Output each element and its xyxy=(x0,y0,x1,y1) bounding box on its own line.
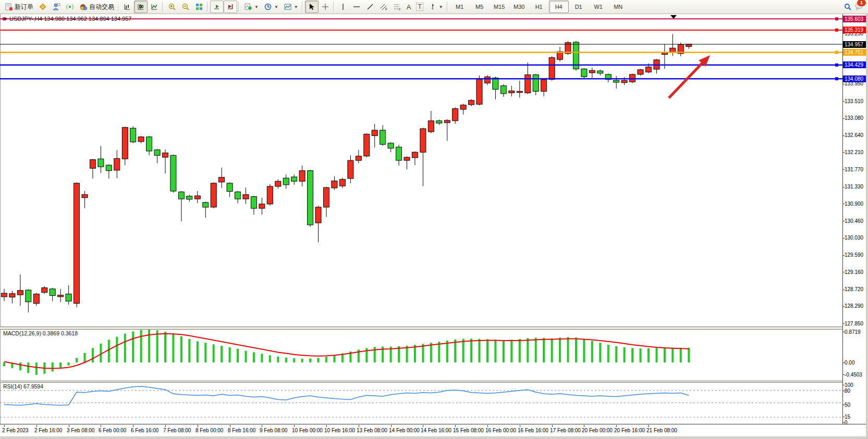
rsi-pane[interactable] xyxy=(0,383,842,424)
indicators-button[interactable]: ▼ xyxy=(241,1,261,13)
timeframe-button-h4[interactable]: H4 xyxy=(549,1,569,13)
text-button[interactable]: A xyxy=(404,1,414,13)
tile-windows-button[interactable] xyxy=(192,1,206,13)
timeframe-button-m5[interactable]: M5 xyxy=(470,1,490,13)
line-chart-icon xyxy=(150,3,158,11)
new-order-icon xyxy=(5,3,13,11)
price-tick: 133.080 xyxy=(845,115,863,121)
timeframe-button-mn[interactable]: MN xyxy=(608,1,628,13)
time-tick-label: 2 Feb 2023 xyxy=(2,428,29,433)
price-tick: 131.770 xyxy=(845,167,863,172)
price-tick: 132.210 xyxy=(845,149,863,155)
profile-button[interactable] xyxy=(50,1,63,13)
symbol-label: USDJPY-,H4 xyxy=(9,16,42,22)
line-chart-button[interactable] xyxy=(148,1,161,13)
auto-trading-label: 自动交易 xyxy=(89,3,114,11)
zoom-in-button[interactable] xyxy=(165,1,179,13)
periods-button[interactable]: ▼ xyxy=(261,1,281,13)
time-tick-label: 6 Feb 16:00 xyxy=(131,428,158,433)
zoom-out-button[interactable] xyxy=(179,1,192,13)
arrows-button[interactable]: ▼ xyxy=(426,1,446,13)
new-order-button[interactable]: 新订单 xyxy=(2,1,36,13)
styler-button[interactable] xyxy=(36,1,50,13)
price-tick: 80 xyxy=(845,388,850,394)
price-axis[interactable]: 135.230133.950133.510133.080132.640132.2… xyxy=(843,14,866,424)
vertical-line-button[interactable] xyxy=(336,1,350,13)
search-button[interactable] xyxy=(841,1,854,13)
time-tick-label: 9 Feb 08:00 xyxy=(260,428,287,433)
cursor-arrow-icon xyxy=(308,3,316,11)
profile-icon xyxy=(52,3,60,11)
horizontal-line-icon xyxy=(352,3,361,11)
timeframe-button-h1[interactable]: H1 xyxy=(529,1,549,13)
time-tick-label: 8 Feb 00:00 xyxy=(195,428,223,433)
cursor-button[interactable] xyxy=(305,1,319,13)
new-order-label: 新订单 xyxy=(15,3,33,11)
chart-shift-button[interactable] xyxy=(224,1,237,13)
timeframe-group: M1M5M15M30H1H4D1W1MN xyxy=(450,1,628,13)
indicators-caret-icon: ▼ xyxy=(254,5,259,9)
vertical-line-icon xyxy=(339,3,347,11)
svg-text:E: E xyxy=(385,7,387,10)
signals-button[interactable] xyxy=(63,1,77,13)
bar-chart-button[interactable] xyxy=(120,1,134,13)
chat-badge: 1 xyxy=(857,0,866,6)
search-icon xyxy=(843,3,852,11)
auto-trading-button[interactable]: 自动交易 xyxy=(77,1,117,13)
signal-icon xyxy=(66,3,74,11)
chart-shift-icon xyxy=(226,3,235,11)
time-tick-label: 20 Feb 00:00 xyxy=(582,428,613,433)
time-axis[interactable]: 2 Feb 20232 Feb 16:003 Feb 08:006 Feb 00… xyxy=(0,424,868,436)
timeframe-button-d1[interactable]: D1 xyxy=(569,1,589,13)
time-tick-label: 16 Feb 16:00 xyxy=(518,428,548,433)
window-right-strip xyxy=(866,14,868,439)
macd-label: MACD(12,26,9) 0.3869 0.3618 xyxy=(3,330,78,336)
fibonacci-button[interactable]: F xyxy=(390,1,404,13)
macd-pane[interactable] xyxy=(0,330,842,381)
ohlc-values: 134.980 134.962 134.894 134.957 xyxy=(44,16,131,22)
timeframe-button-w1[interactable]: W1 xyxy=(589,1,608,13)
price-line-label: 134.080 xyxy=(843,76,866,82)
toolbar-drag-handle[interactable] xyxy=(117,2,119,11)
equidistant-channel-button[interactable]: E xyxy=(377,1,390,13)
crosshair-button[interactable] xyxy=(319,1,332,13)
trendline-button[interactable] xyxy=(363,1,377,13)
templates-button[interactable]: ▼ xyxy=(281,1,301,13)
price-tick: 130.460 xyxy=(845,218,863,224)
auto-scroll-icon xyxy=(213,3,221,11)
timeframe-button-m1[interactable]: M1 xyxy=(450,1,470,13)
price-chart[interactable] xyxy=(0,14,842,327)
time-tick-label: 15 Feb 08:00 xyxy=(453,428,484,433)
price-tick: 0 xyxy=(845,420,848,425)
timeframe-button-m30[interactable]: M30 xyxy=(509,1,529,13)
time-tick-label: 8 Feb 16:00 xyxy=(228,428,255,433)
current-price-label: 134.957 xyxy=(843,41,866,48)
indicators-icon xyxy=(244,3,252,11)
timeframe-button-m15[interactable]: M15 xyxy=(490,1,509,13)
candlestick-chart-button[interactable] xyxy=(134,1,148,13)
time-tick-label: 10 Feb 16:00 xyxy=(324,428,355,433)
time-tick-label: 20 Feb 16:00 xyxy=(614,428,645,433)
zoom-in-icon xyxy=(168,3,176,11)
time-tick-label: 16 Feb 00:00 xyxy=(485,428,516,433)
shift-marker-icon xyxy=(670,15,677,19)
time-tick-label: 2 Feb 16:00 xyxy=(34,428,62,433)
auto-scroll-button[interactable] xyxy=(210,1,224,13)
price-tick: 129.160 xyxy=(845,269,863,275)
arrows-icon xyxy=(429,3,437,11)
price-tick: 100 xyxy=(845,382,853,388)
time-tick-label: 21 Feb 08:00 xyxy=(646,428,677,433)
text-label-button[interactable]: T xyxy=(413,1,425,13)
horizontal-line-button[interactable] xyxy=(350,1,363,13)
time-tick-label: 13 Feb 08:00 xyxy=(357,428,387,433)
equidistant-channel-icon: E xyxy=(380,3,388,11)
arrows-caret-icon: ▼ xyxy=(439,5,443,9)
tile-windows-icon xyxy=(195,3,203,11)
chat-button[interactable]: 1 xyxy=(854,2,863,12)
time-tick-label: 14 Feb 16:00 xyxy=(421,428,451,433)
paint-bucket-icon xyxy=(39,3,47,11)
price-tick: 128.720 xyxy=(845,286,863,292)
price-tick: 130.030 xyxy=(845,235,863,241)
svg-text:F: F xyxy=(399,8,401,11)
time-tick-label: 14 Feb 00:00 xyxy=(389,428,420,433)
